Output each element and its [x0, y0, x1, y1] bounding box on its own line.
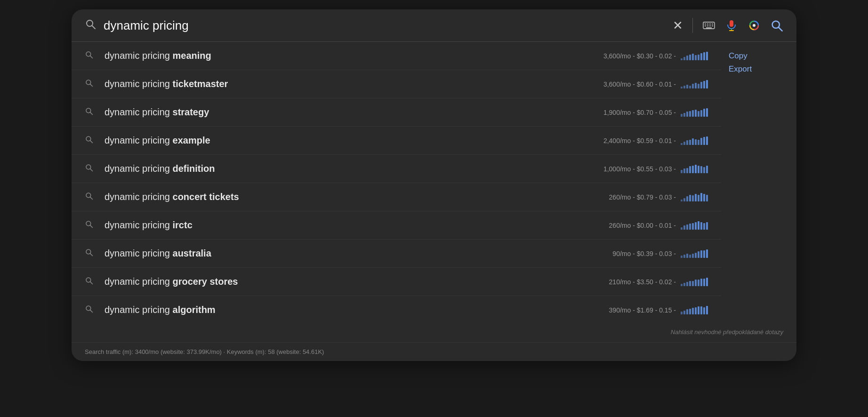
bottom-strip: Search traffic (m): 3400/mo (website: 37…: [72, 342, 796, 361]
bar-segment: [692, 195, 694, 201]
row-search-icon: [85, 305, 95, 315]
mini-bar-chart: [681, 80, 708, 88]
bar-segment: [695, 253, 697, 258]
vertical-divider: [692, 18, 693, 33]
bar-segment: [700, 110, 702, 117]
mini-bar-chart: [681, 52, 708, 60]
svg-rect-12: [730, 20, 733, 27]
mini-bar-chart: [681, 278, 708, 286]
bar-segment: [692, 110, 694, 117]
result-row[interactable]: dynamic pricing example2,400/mo - $0.59 …: [72, 127, 721, 155]
bar-segment: [700, 82, 702, 88]
bar-segment: [700, 250, 702, 258]
results-list: dynamic pricing meaning3,600/mo - $0.30 …: [72, 42, 721, 324]
search-bar: ✕: [72, 9, 796, 42]
svg-line-41: [90, 310, 93, 313]
bar-segment: [703, 109, 705, 117]
search-button-icon[interactable]: [770, 19, 783, 32]
row-stats: 1,000/mo - $0.55 - 0.03 -: [603, 165, 708, 173]
bar-segment: [683, 168, 685, 173]
clear-icon[interactable]: ✕: [673, 18, 683, 33]
row-search-icon: [85, 276, 95, 287]
row-stats: 90/mo - $0.39 - 0.03 -: [612, 249, 708, 258]
bar-segment: [683, 198, 685, 201]
bar-segment: [698, 306, 699, 314]
bar-segment: [681, 284, 683, 286]
bar-segment: [698, 195, 699, 201]
svg-point-19: [753, 24, 755, 27]
bar-segment: [683, 255, 685, 258]
row-search-icon: [85, 50, 95, 61]
svg-line-27: [90, 112, 93, 115]
bar-segment: [683, 283, 685, 286]
bar-segment: [700, 222, 702, 230]
bar-segment: [681, 87, 683, 88]
result-row[interactable]: dynamic pricing ticketmaster3,600/mo - $…: [72, 70, 721, 98]
result-row[interactable]: dynamic pricing definition1,000/mo - $0.…: [72, 155, 721, 183]
bar-segment: [689, 224, 691, 230]
bar-segment: [703, 250, 705, 258]
search-input[interactable]: [104, 18, 665, 33]
bar-segment: [695, 222, 697, 230]
bar-segment: [686, 168, 688, 173]
mini-bar-chart: [681, 249, 708, 258]
result-row[interactable]: dynamic pricing australia90/mo - $0.39 -…: [72, 240, 721, 268]
row-stats: 2,400/mo - $0.59 - 0.01 -: [603, 136, 708, 145]
bar-segment: [698, 251, 699, 258]
row-search-icon: [85, 135, 95, 146]
bar-segment: [692, 281, 694, 286]
result-row[interactable]: dynamic pricing algorithm390/mo - $1.69 …: [72, 296, 721, 324]
svg-rect-6: [712, 24, 713, 24]
result-row[interactable]: dynamic pricing strategy1,900/mo - $0.70…: [72, 98, 721, 127]
bar-segment: [692, 84, 694, 88]
bar-segment: [695, 83, 697, 88]
bar-segment: [698, 84, 699, 88]
result-row[interactable]: dynamic pricing grocery stores210/mo - $…: [72, 268, 721, 296]
result-row[interactable]: dynamic pricing concert tickets260/mo - …: [72, 183, 721, 211]
bar-segment: [692, 223, 694, 230]
mini-bar-chart: [681, 108, 708, 117]
mini-bar-chart: [681, 221, 708, 230]
bar-segment: [706, 306, 708, 314]
mini-bar-chart: [681, 306, 708, 314]
bar-segment: [683, 113, 685, 117]
result-row[interactable]: dynamic pricing irctc260/mo - $0.00 - 0.…: [72, 211, 721, 240]
copy-link[interactable]: Copy: [729, 51, 789, 61]
bar-segment: [686, 112, 688, 117]
bar-segment: [689, 166, 691, 173]
svg-rect-8: [707, 25, 708, 26]
bar-segment: [698, 280, 699, 286]
result-row[interactable]: dynamic pricing meaning3,600/mo - $0.30 …: [72, 42, 721, 70]
bar-segment: [686, 254, 688, 258]
microphone-icon[interactable]: [725, 19, 738, 32]
bar-segment: [703, 223, 705, 230]
row-stats: 3,600/mo - $0.60 - 0.01 -: [603, 80, 708, 88]
svg-line-33: [90, 197, 93, 200]
footer-note: Nahlásit nevhodné předpokládané dotazy: [72, 324, 796, 342]
bar-segment: [689, 111, 691, 117]
row-stats: 390/mo - $1.69 - 0.15 -: [609, 306, 708, 314]
mini-bar-chart: [681, 165, 708, 173]
svg-rect-7: [705, 25, 706, 26]
bar-segment: [695, 55, 697, 60]
bar-segment: [700, 306, 702, 314]
bar-segment: [700, 138, 702, 145]
export-link[interactable]: Export: [729, 64, 789, 74]
row-text: dynamic pricing ticketmaster: [104, 79, 594, 89]
bar-segment: [706, 52, 708, 60]
svg-line-25: [90, 84, 93, 87]
bar-segment: [706, 222, 708, 230]
row-stats: 260/mo - $0.00 - 0.01 -: [609, 221, 708, 230]
bar-segment: [706, 136, 708, 145]
row-search-icon: [85, 220, 95, 231]
bar-segment: [681, 58, 683, 60]
bar-segment: [700, 193, 702, 201]
svg-line-1: [92, 26, 96, 29]
lens-icon[interactable]: [747, 19, 761, 32]
bar-segment: [706, 80, 708, 88]
row-text: dynamic pricing grocery stores: [104, 276, 600, 287]
row-text: dynamic pricing concert tickets: [104, 192, 600, 202]
keyboard-icon[interactable]: [702, 19, 715, 32]
bar-segment: [703, 307, 705, 314]
bar-segment: [703, 52, 705, 60]
